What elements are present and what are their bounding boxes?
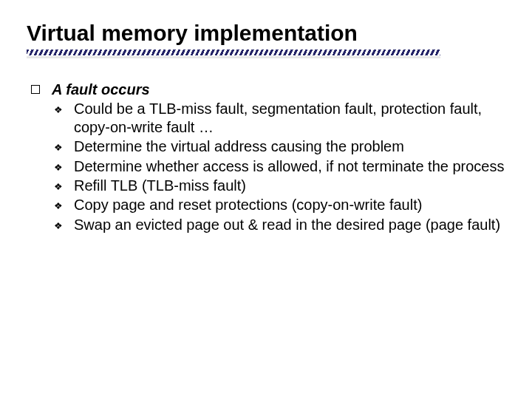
section-heading: A fault occurs xyxy=(52,81,150,98)
list-item: ❖ Could be a TLB-miss fault, segmentatio… xyxy=(53,100,505,136)
diamond-bullet-icon: ❖ xyxy=(53,221,64,231)
list-item-text: Copy page and reset protections (copy-on… xyxy=(74,196,505,214)
list-item: ❖ Refill TLB (TLB-miss fault) xyxy=(53,177,505,194)
list-item: ❖ Copy page and reset protections (copy-… xyxy=(53,196,505,214)
list-item-text: Swap an evicted page out & read in the d… xyxy=(74,216,505,233)
list-item-level1: A fault occurs xyxy=(31,81,505,98)
list-item-text: Determine the virtual address causing th… xyxy=(74,137,505,155)
list-item-text: Refill TLB (TLB-miss fault) xyxy=(74,177,505,194)
list-item: ❖ Determine the virtual address causing … xyxy=(53,137,505,155)
diamond-bullet-icon: ❖ xyxy=(53,143,64,152)
diamond-bullet-icon: ❖ xyxy=(53,201,64,211)
diamond-bullet-icon: ❖ xyxy=(53,105,64,115)
list-item: ❖ Determine whether access is allowed, i… xyxy=(53,157,505,175)
list-item-text: Could be a TLB-miss fault, segmentation … xyxy=(74,100,505,136)
slide-content: A fault occurs ❖ Could be a TLB-miss fau… xyxy=(27,81,505,233)
list-item-text: Determine whether access is allowed, if … xyxy=(74,157,505,175)
square-bullet-icon xyxy=(31,85,40,94)
diamond-bullet-icon: ❖ xyxy=(53,182,64,191)
sublist: ❖ Could be a TLB-miss fault, segmentatio… xyxy=(53,100,505,233)
title-divider xyxy=(27,50,505,58)
list-item: ❖ Swap an evicted page out & read in the… xyxy=(53,216,505,233)
diamond-bullet-icon: ❖ xyxy=(53,163,64,172)
slide-title: Virtual memory implementation xyxy=(27,21,505,45)
slide: Virtual memory implementation A fault oc… xyxy=(0,0,532,399)
